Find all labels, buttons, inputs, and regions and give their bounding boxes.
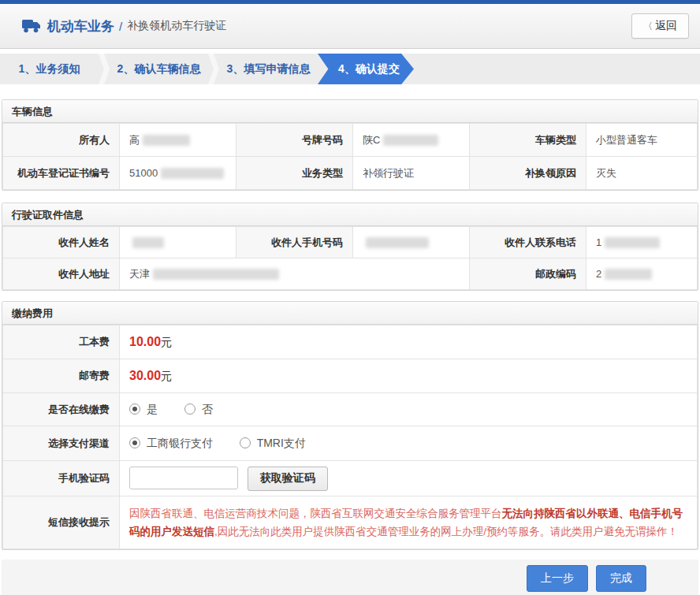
sms-notice-label: 短信接收提示: [3, 496, 120, 549]
business-type-label: 业务类型: [236, 157, 353, 190]
owner-label: 所有人: [3, 124, 120, 157]
notice-segment: ,因此无法向此类用户提供陕西省交通管理业务的网上办理/预约等服务。请此类用户避免…: [214, 526, 678, 537]
sms-code-field-cell: 获取验证码: [120, 461, 698, 496]
table-row: 所有人 高 号牌号码 陕C 车辆类型 小型普通客车: [3, 124, 698, 157]
sms-notice-text: 因陕西省联通、电信运营商技术问题，陕西省互联网交通安全综合服务管理平台无法向持陕…: [120, 496, 698, 549]
recipient-address-label: 收件人地址: [3, 258, 120, 290]
step-separator-icon: [208, 54, 219, 84]
sms-code-label: 手机验证码: [3, 461, 120, 496]
fee-amount: 10.00: [129, 335, 161, 348]
notice-segment: 因陕西省联通、电信运营商技术问题，陕西省互联网交通安全综合服务管理平台: [129, 508, 502, 519]
recipient-name-label: 收件人姓名: [3, 227, 120, 258]
tmri-pay-label[interactable]: TMRI支付: [257, 437, 306, 449]
step-progress-bar: 1、业务须知 2、确认车辆信息 3、填写申请信息 4、确认提交: [0, 54, 700, 84]
back-button[interactable]: 〈返回: [631, 13, 689, 39]
online-pay-no-radio[interactable]: [184, 403, 195, 415]
redacted-blur: [383, 135, 438, 146]
tmri-pay-radio[interactable]: [240, 437, 251, 448]
step-2-confirm-vehicle: 2、确认车辆信息: [110, 54, 208, 84]
online-pay-no-label[interactable]: 否: [202, 403, 213, 415]
recipient-address-value: 天津: [120, 258, 470, 290]
production-fee-value: 10.00元: [120, 325, 698, 359]
redacted-blur: [143, 135, 190, 146]
fee-unit: 元: [161, 370, 172, 382]
page-header: 机动车业务 / 补换领机动车行驶证 〈返回: [0, 4, 700, 49]
fee-amount: 30.00: [129, 369, 161, 382]
vehicle-info-section-title: 车辆信息: [2, 100, 698, 123]
vehicle-type-label: 车辆类型: [470, 124, 586, 157]
plate-number-value: 陕C: [353, 124, 470, 157]
replace-reason-value: 灭失: [586, 157, 698, 190]
sms-code-input[interactable]: [129, 467, 238, 489]
registration-cert-number-label: 机动车登记证书编号: [3, 157, 120, 190]
table-row: 收件人地址 天津 邮政编码 2: [3, 258, 698, 290]
online-pay-yes-label[interactable]: 是: [147, 403, 158, 415]
icbc-pay-label[interactable]: 工商银行支付: [147, 437, 213, 449]
payment-section-title: 缴纳费用: [2, 302, 698, 325]
table-row: 短信接收提示 因陕西省联通、电信运营商技术问题，陕西省互联网交通安全综合服务管理…: [3, 496, 698, 549]
postage-fee-value: 30.00元: [120, 359, 698, 393]
table-row: 收件人姓名 收件人手机号码 收件人联系电话 1: [3, 227, 698, 258]
payment-table: 工本费 10.00元 邮寄费 30.00元 是否在线缴费 是 否 选择支付渠道 …: [2, 325, 698, 549]
table-row: 邮寄费 30.00元: [3, 359, 698, 393]
table-row: 手机验证码 获取验证码: [3, 461, 698, 496]
page-title: 机动车业务: [47, 17, 114, 35]
pickup-info-section-title: 行驶证取件信息: [2, 203, 698, 226]
redacted-blur: [605, 237, 660, 248]
finish-button[interactable]: 完成: [596, 565, 646, 592]
pickup-info-table: 收件人姓名 收件人手机号码 收件人联系电话 1 收件人地址 天津 邮政编码 2: [2, 226, 698, 290]
table-row: 机动车登记证书编号 51000 业务类型 补领行驶证 补换领原因 灭失: [3, 157, 698, 190]
vehicle-type-value: 小型普通客车: [586, 124, 698, 157]
table-row: 是否在线缴费 是 否: [3, 393, 698, 426]
recipient-phone-label: 收件人联系电话: [470, 227, 586, 258]
redacted-blur: [605, 269, 652, 280]
recipient-phone-value: 1: [586, 227, 698, 258]
fee-unit: 元: [161, 336, 172, 348]
step-4-confirm-submit: 4、确认提交: [318, 54, 414, 84]
table-row: 选择支付渠道 工商银行支付 TMRI支付: [3, 426, 698, 461]
registration-cert-number-value: 51000: [120, 157, 236, 190]
postage-fee-label: 邮寄费: [3, 359, 120, 393]
redacted-blur: [132, 237, 164, 248]
vehicle-info-section: 车辆信息 所有人 高 号牌号码 陕C 车辆类型 小型普通客车 机动车登记证书编号…: [2, 99, 698, 191]
vehicle-info-table: 所有人 高 号牌号码 陕C 车辆类型 小型普通客车 机动车登记证书编号 5100…: [2, 123, 698, 190]
owner-value: 高: [120, 124, 236, 157]
step-separator-icon: [99, 54, 110, 84]
table-row: 工本费 10.00元: [3, 325, 698, 359]
recipient-mobile-value: [353, 227, 470, 258]
business-type-value: 补领行驶证: [353, 157, 470, 190]
payment-channel-options: 工商银行支付 TMRI支付: [120, 426, 698, 461]
postal-code-value: 2: [586, 258, 698, 290]
footer-action-bar: 上一步 完成: [2, 560, 698, 595]
redacted-blur: [161, 168, 224, 179]
replace-reason-label: 补换领原因: [470, 157, 586, 190]
production-fee-label: 工本费: [3, 325, 120, 359]
breadcrumb-separator: /: [119, 20, 122, 33]
back-chevron-icon: 〈: [643, 20, 653, 32]
step-1-notice: 1、业务须知: [0, 54, 99, 84]
redacted-blur: [153, 269, 279, 280]
payment-channel-label: 选择支付渠道: [3, 426, 120, 461]
recipient-name-value: [120, 227, 236, 258]
get-sms-code-button[interactable]: 获取验证码: [248, 467, 328, 491]
back-button-label: 返回: [655, 19, 677, 32]
step-3-fill-application: 3、填写申请信息: [219, 54, 318, 84]
online-pay-label: 是否在线缴费: [3, 393, 120, 426]
online-pay-options: 是 否: [120, 393, 698, 426]
plate-number-label: 号牌号码: [236, 124, 353, 157]
previous-step-button[interactable]: 上一步: [527, 565, 588, 592]
postal-code-label: 邮政编码: [470, 258, 586, 290]
truck-icon: [22, 20, 41, 33]
redacted-blur: [366, 237, 429, 248]
payment-section: 缴纳费用 工本费 10.00元 邮寄费 30.00元 是否在线缴费 是 否 选择…: [2, 301, 698, 550]
pickup-info-section: 行驶证取件信息 收件人姓名 收件人手机号码 收件人联系电话 1 收件人地址 天津…: [2, 203, 698, 291]
icbc-pay-radio[interactable]: [129, 437, 140, 448]
page-subtitle: 补换领机动车行驶证: [127, 19, 226, 33]
online-pay-yes-radio[interactable]: [129, 403, 140, 415]
recipient-mobile-label: 收件人手机号码: [236, 227, 353, 258]
